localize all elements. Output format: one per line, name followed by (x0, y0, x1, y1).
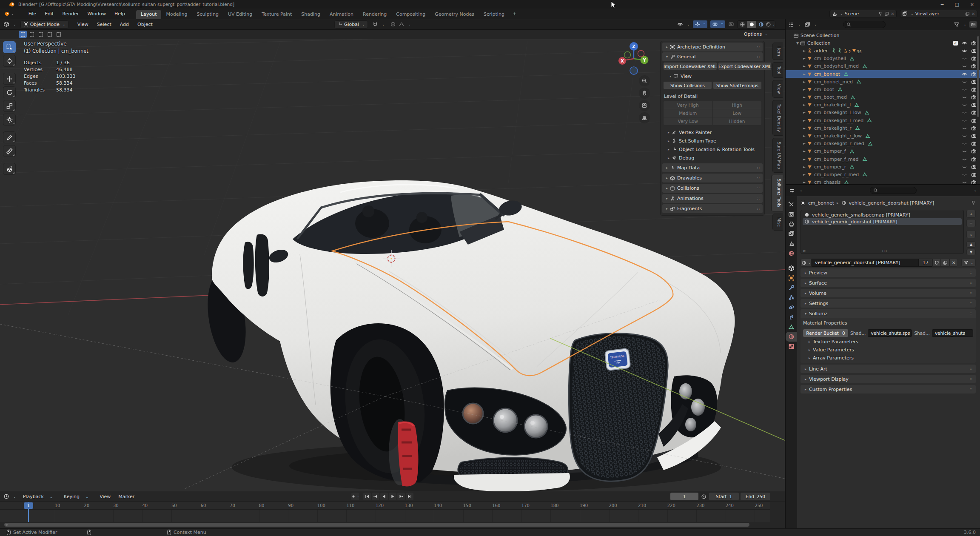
select-mode-subtract[interactable] (37, 31, 45, 38)
outliner-row-cm_bumper_r_med[interactable]: ►cm_bumper_r_med (786, 171, 980, 178)
hide-toggle[interactable] (962, 133, 967, 139)
new-collection-button[interactable] (969, 21, 977, 28)
workspace-tab-uv-editing[interactable]: UV Editing (223, 10, 257, 19)
workspace-tab-rendering[interactable]: Rendering (358, 10, 391, 19)
tool-transform[interactable] (3, 114, 16, 125)
render-visibility-toggle[interactable] (971, 87, 977, 92)
close-button[interactable]: × (970, 2, 974, 7)
outliner-row-cm_brakelight_l_med[interactable]: ►cm_brakelight_l_med (786, 117, 980, 124)
workspace-tab-compositing[interactable]: Compositing (391, 10, 430, 19)
subpanel-view[interactable]: ▾ View (662, 72, 763, 80)
remove-slot-button[interactable]: − (966, 219, 976, 227)
lod-high-button[interactable]: High (713, 101, 762, 109)
panel-drawables[interactable]: ▸Drawables∷ (662, 174, 763, 182)
breadcrumb-material[interactable]: vehicle_generic_doorshut [PRIMARY] (849, 200, 934, 206)
hide-toggle[interactable] (962, 164, 967, 170)
import-codewalker-button[interactable]: Import Codewalker XML (663, 62, 717, 70)
tool-add-cube[interactable] (3, 163, 16, 175)
outliner-row-Scene Collection[interactable]: Scene Collection (786, 31, 980, 39)
lod-very-low-button[interactable]: Very Low (664, 117, 712, 125)
panel-custom-properties[interactable]: ▸Custom Properties∷ (801, 385, 976, 393)
properties-tab-data[interactable] (786, 322, 797, 332)
viewport-menu-view[interactable]: View (74, 20, 92, 29)
subpanel-set-sollum-type[interactable]: ▸Set Sollum Type (662, 137, 763, 145)
render-visibility-toggle[interactable] (971, 48, 977, 54)
shader-name-field[interactable]: vehicle_shuts (932, 329, 973, 337)
hide-toggle[interactable] (962, 118, 967, 123)
shading-wireframe-button[interactable] (738, 21, 747, 28)
copy-material-button[interactable] (941, 259, 949, 267)
properties-tab-world[interactable] (786, 248, 797, 258)
render-visibility-toggle[interactable] (971, 40, 977, 46)
workspace-tab-scripting[interactable]: Scripting (479, 10, 509, 19)
outliner-row-cm_bodyshell_med[interactable]: ►cm_bodyshell_med (786, 63, 980, 70)
filter-icon[interactable] (954, 22, 960, 28)
tool-annotate[interactable] (3, 131, 16, 143)
shading-rendered-button[interactable]: ⌄ (766, 21, 775, 28)
properties-tab-view-layer[interactable] (786, 229, 797, 239)
select-mode-invert[interactable] (46, 31, 54, 38)
panel-line-art[interactable]: ▸Line Art∷ (801, 365, 976, 373)
properties-tab-tool[interactable] (786, 200, 797, 209)
material-slot[interactable]: vehicle_generic_smallspecmap [PRIMARY] (803, 211, 962, 218)
subpanel-vertex-painter[interactable]: ▸Vertex Painter (662, 128, 763, 137)
hide-toggle[interactable] (962, 48, 967, 54)
timeline-ruler[interactable]: 1020304050607080901001101201301401501601… (0, 502, 770, 510)
panel-animations[interactable]: ▸Animations∷ (662, 194, 763, 203)
hide-toggle[interactable] (962, 180, 967, 184)
options-button[interactable]: Options⌄ (741, 31, 770, 38)
properties-tab-object[interactable] (786, 273, 797, 283)
workspace-tab-layout[interactable]: Layout (136, 10, 161, 19)
workspace-tab-geometry-nodes[interactable]: Geometry Nodes (430, 10, 479, 19)
lod-very-high-button[interactable]: Very High (664, 101, 712, 109)
workspace-tab-sculpting[interactable]: Sculpting (192, 10, 223, 19)
perspective-toggle-button[interactable] (639, 112, 650, 123)
subpanel-debug[interactable]: ▸Debug (662, 154, 763, 162)
pan-button[interactable] (639, 88, 650, 99)
hide-toggle[interactable] (962, 71, 967, 77)
hide-toggle[interactable] (962, 110, 967, 115)
outliner-row-cm_brakelight_r[interactable]: ►cm_brakelight_r (786, 124, 980, 132)
render-visibility-toggle[interactable] (971, 94, 977, 100)
unlink-material-button[interactable]: × (949, 259, 958, 267)
render-visibility-toggle[interactable] (971, 141, 977, 146)
tool-box-select[interactable] (3, 41, 16, 53)
panel-general[interactable]: ▾ General ∷ (662, 52, 763, 61)
panel-collisions[interactable]: ▸Collisions∷ (662, 184, 763, 193)
properties-tab-scene[interactable] (786, 239, 797, 248)
prev-keyframe-button[interactable] (372, 493, 379, 500)
render-visibility-toggle[interactable] (971, 118, 977, 123)
gizmo-y-neg[interactable] (624, 52, 631, 58)
workspace-tab-animation[interactable]: Animation (325, 10, 358, 19)
render-visibility-toggle[interactable] (971, 71, 977, 77)
panel-fragments[interactable]: ▸Fragments∷ (662, 204, 763, 213)
outliner-row-cm_brakelight_r_low[interactable]: ►cm_brakelight_r_low (786, 132, 980, 140)
render-visibility-toggle[interactable] (971, 157, 977, 162)
lod-hidden-button[interactable]: Hidden (713, 117, 762, 125)
frame-end-field[interactable]: End 250 (741, 493, 770, 500)
properties-tab-material[interactable] (786, 332, 797, 342)
use-preview-range-icon[interactable] (701, 494, 707, 499)
subpanel-object-location-rotation-tools[interactable]: ▸Object Location & Rotation Tools (662, 145, 763, 154)
material-browse-dropdown[interactable]: ⌄ (801, 259, 812, 267)
scene-selector[interactable]: ⌄ Scene × (829, 10, 897, 18)
play-button[interactable] (389, 493, 396, 500)
material-filter-button[interactable]: ⌄ (961, 259, 976, 267)
panel-volume[interactable]: ▸Volume∷ (801, 289, 976, 297)
hide-toggle[interactable] (962, 141, 967, 146)
panel-surface[interactable]: ▸Surface∷ (801, 279, 976, 287)
viewport-3d[interactable]: TRUFFADE (0, 39, 785, 491)
pin-icon[interactable] (971, 200, 976, 205)
panel-archetype-definition[interactable]: ▸ Archetype Definition ∷ (662, 43, 763, 51)
panel-preview[interactable]: ▸Preview∷ (801, 268, 976, 277)
zoom-button[interactable] (639, 75, 650, 86)
subpanel-value-parameters[interactable]: ▸Value Parameters (803, 346, 973, 354)
subpanel-array-parameters[interactable]: ▸Array Parameters (803, 354, 973, 362)
render-visibility-toggle[interactable] (971, 56, 977, 61)
tool-rotate[interactable] (3, 86, 16, 98)
render-visibility-toggle[interactable] (971, 102, 977, 108)
subpanel-texture-parameters[interactable]: ▸Texture Parameters (803, 338, 973, 346)
breadcrumb-object[interactable]: cm_bonnet (808, 200, 834, 206)
npanel-tab-sollumz-tools[interactable]: Sollumz Tools (771, 175, 783, 211)
playhead-frame-label[interactable]: 1 (24, 502, 33, 509)
